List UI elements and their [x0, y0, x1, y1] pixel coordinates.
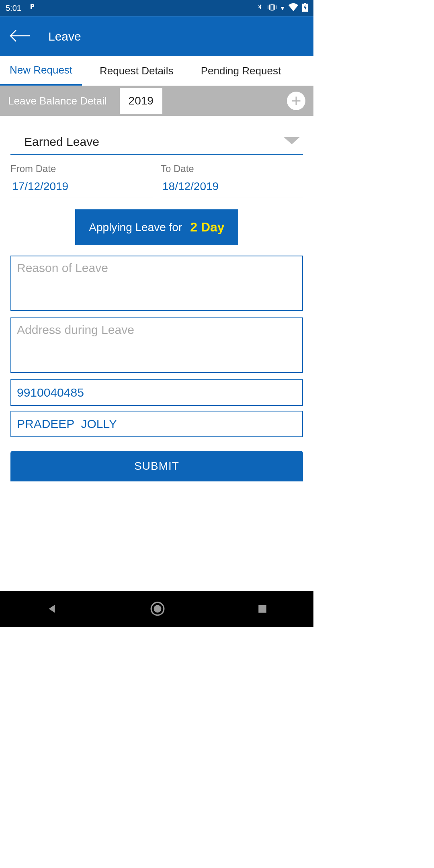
chevron-down-icon	[284, 137, 300, 147]
from-date-label: From Date	[10, 163, 153, 174]
submit-button[interactable]: SUBMIT	[10, 451, 303, 481]
tab-pending-request[interactable]: Pending Request	[191, 56, 291, 86]
wifi-icon	[289, 3, 298, 13]
status-bar: 5:01	[0, 0, 313, 16]
reason-input[interactable]	[10, 256, 303, 311]
bluetooth-icon	[256, 3, 264, 13]
address-input[interactable]	[10, 317, 303, 373]
date-row: From Date 17/12/2019 To Date 18/12/2019	[10, 163, 303, 197]
nav-recent-button[interactable]	[257, 604, 268, 614]
applying-leave-box: Applying Leave for 2 Day	[75, 209, 238, 245]
to-date-field[interactable]: To Date 18/12/2019	[161, 163, 303, 197]
status-left: 5:01	[6, 3, 37, 13]
leave-balance-bar: Leave Balance Detail 2019	[0, 86, 313, 116]
applying-days: 2 Day	[190, 220, 224, 235]
leave-type-dropdown[interactable]: Earned Leave	[10, 129, 303, 155]
wifi-caret-icon	[280, 4, 285, 13]
tab-new-request[interactable]: New Request	[0, 56, 82, 86]
back-arrow-icon[interactable]	[10, 29, 31, 44]
name-input[interactable]	[10, 411, 303, 437]
to-date-value: 18/12/2019	[161, 178, 303, 197]
plus-icon	[289, 94, 303, 108]
status-right	[256, 3, 308, 14]
from-date-value: 17/12/2019	[10, 178, 153, 197]
status-time: 5:01	[6, 4, 21, 13]
leave-type-value: Earned Leave	[14, 135, 99, 149]
tab-bar: New Request Request Details Pending Requ…	[0, 56, 313, 86]
svg-point-1	[154, 605, 161, 613]
year-selector[interactable]: 2019	[120, 88, 162, 114]
app-header: Leave	[0, 16, 313, 56]
battery-charging-icon	[302, 3, 308, 14]
vibrate-icon	[268, 4, 276, 13]
notification-p-icon	[29, 3, 37, 13]
svg-rect-2	[258, 605, 266, 613]
to-date-label: To Date	[161, 163, 303, 174]
page-title: Leave	[48, 30, 81, 43]
nav-home-button[interactable]	[150, 601, 165, 616]
phone-input[interactable]	[10, 379, 303, 406]
android-nav-bar	[0, 591, 313, 627]
from-date-field[interactable]: From Date 17/12/2019	[10, 163, 153, 197]
applying-label: Applying Leave for	[89, 221, 182, 234]
tab-request-details[interactable]: Request Details	[90, 56, 183, 86]
leave-form: Earned Leave From Date 17/12/2019 To Dat…	[0, 116, 313, 481]
leave-balance-label: Leave Balance Detail	[8, 95, 107, 107]
expand-balance-button[interactable]	[287, 92, 305, 110]
nav-back-button[interactable]	[46, 603, 58, 615]
